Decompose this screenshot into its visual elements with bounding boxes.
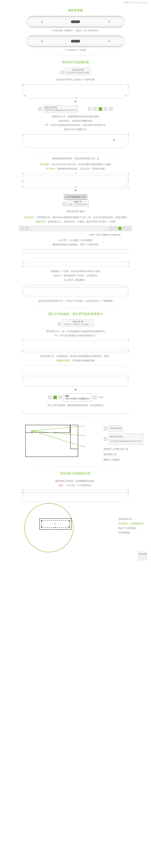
arrow-down-icon [74, 389, 77, 391]
drawing-caption: CorelDRAW X7 绘制图 [7, 49, 144, 52]
hand-draw-tool-icon[interactable] [104, 427, 107, 430]
skew-handle-icon: ⇄ [54, 526, 56, 529]
glass-instructions: 手绘工具 (F5) 形状工具 (F10)通过控制节点编辑曲线对象或文本字符 使用… [104, 422, 144, 463]
file-tab: *小米手机5起图练习.cdr [64, 194, 87, 199]
instruction: 复制刚刚画好的形状，按住shift后垂直上移一点 [7, 156, 144, 161]
rotate-handle-icon: ↻ [41, 526, 43, 528]
toolbar-icon[interactable] [21, 227, 24, 230]
node-icon [127, 84, 129, 85]
toolbar-icon[interactable] [123, 227, 126, 230]
handle-icon [75, 173, 77, 174]
instruction: 双击矩形，出现编辑状态 [118, 522, 144, 525]
outline-original [23, 176, 128, 189]
toolbar-icon[interactable] [88, 107, 91, 111]
cover-diagram [23, 340, 128, 351]
trim-toolbar: 修剪剪切掉对象的之间重叠的部分 .2 mm [7, 394, 144, 401]
footer: 双比自学网 [0, 548, 151, 564]
handle-icon [128, 173, 129, 174]
glass-section: 手绘工具 (F5) 形状工具 (F10)通过控制节点编辑曲线对象或文本字符 使用… [7, 422, 144, 463]
antenna-body [23, 492, 128, 502]
tool-tooltip: 手绘工具 (F5)在绘图框中绘制线条和曲线 [65, 68, 90, 75]
instruction: 复制挺多一个形状，然后选中复制出来的这个形状 按住ctrl，移动鼠标到下方的边，… [7, 269, 144, 282]
handle-icon [128, 489, 129, 491]
toolbar-icon[interactable] [48, 396, 51, 399]
arrow-down-icon [74, 101, 77, 103]
node-icon [22, 134, 24, 135]
photo-caption: 小米5实拍图（懒惰发作，不想拍，从中关村偷来的） [7, 29, 144, 32]
instruction: 这里其实有更简单的方式，只是文字不好表达，以后有机会出一个视频教程 [7, 299, 144, 303]
handle-icon [22, 377, 23, 378]
svg-line-0 [32, 426, 85, 431]
select-tool-icon[interactable] [63, 203, 66, 206]
tool-tooltip: 选择工具选择、定位或变换对象 [67, 199, 89, 207]
perspective-instructions: 使用选择工具 双击矩形，出现编辑状态 拖动下方的双箭头 增加透视感 [118, 517, 144, 535]
perspective-section: ↻ ↻ ↻ ↻ ⇄ 使用选择工具 双击矩形，出现编辑状态 拖动下方的双箭头 增加… [7, 504, 144, 548]
section8-title: 现在我们开始绘制天线 [7, 471, 144, 475]
guide-lines [25, 425, 89, 459]
toolbar-icon[interactable] [93, 396, 97, 399]
bottom-half [23, 287, 128, 296]
node-icon [25, 95, 26, 96]
select-order-2 [23, 377, 128, 386]
copy-shape [23, 262, 128, 267]
stroke-width: .2 mm [98, 396, 103, 398]
shape-toolbar: 形状工具 (F10)通过控制节点编辑曲线对象或文本字符 [7, 105, 144, 113]
handle-icon [128, 377, 129, 378]
node-icon [75, 97, 77, 98]
handle-icon [128, 492, 129, 494]
mirror-result [23, 285, 128, 296]
rect-inner: ↻ ↻ ↻ ↻ ⇄ [41, 520, 70, 528]
section2-title: 现在我们开始画轮廓 [7, 60, 144, 64]
convert-curve-icon[interactable] [99, 107, 102, 111]
perspective-diagram: ↻ ↻ ↻ ↻ ⇄ [32, 507, 88, 545]
handle-icon [22, 173, 23, 174]
arrow-down-icon [74, 190, 77, 192]
instruction: 关于复制：可以ctrl+c和ctrl+v的方式，也可以在数字键盘直接按+号键盘 … [7, 162, 144, 171]
corner-frame [25, 425, 78, 457]
active-node-icon [113, 140, 115, 141]
rotate-handle-icon: ↻ [41, 520, 43, 522]
instruction: 增加透视感 [118, 530, 144, 535]
instruction: 选择方式1：使用选择工具，像windows电脑同时选择多个文件一样，从空白区域拖… [7, 215, 144, 224]
rect-outer: ↻ ↻ ↻ ↻ ⇄ [39, 518, 72, 530]
toolbar-icon[interactable] [109, 107, 113, 111]
trim-tooltip: 修剪剪切掉对象的之间重叠的部分 [64, 394, 91, 401]
toolbar-hint: 从用两个或多个重叠的区域创建新对象 [7, 233, 144, 237]
rect-tool-icon[interactable] [58, 322, 61, 326]
instruction: 使用矩形工具绘制（先绘制两条或者侧） 注意：一共三段（三个矩形组成） [7, 479, 144, 488]
trim-icon[interactable] [53, 396, 57, 399]
shape-tool-icon[interactable] [38, 107, 42, 111]
phone-photo [27, 16, 124, 28]
hand-draw-tool-icon[interactable] [61, 71, 64, 74]
intersect-icon[interactable] [118, 227, 121, 230]
instruction: 拖动下方的双箭头 [118, 526, 144, 530]
center-icon [55, 523, 56, 525]
toolbar-icon[interactable] [127, 227, 130, 230]
instruction: 使用矩形工具，画一个矩形覆盖我们刚刚绘制的轮廓的9/10 PS：剩下没有覆盖的1… [7, 329, 144, 338]
main-container: 最终效果图 小米5实拍图（懒惰发作，不想拍，从中关村偷来的） CorelDRAW… [0, 8, 151, 548]
toolbar-icon[interactable] [109, 227, 112, 230]
handle-icon [22, 261, 23, 262]
toolbar-icon[interactable] [93, 107, 97, 111]
section6-title: 我们正在绘制的，其实是手机的屏幕部分 [7, 312, 144, 316]
toolbar-icon[interactable] [59, 396, 62, 399]
instruction: 使用形状工具，选择需要修改的对象转换为曲线 然后拖动它，变成我们想要的形状 PS… [7, 115, 144, 132]
handle-icon [22, 489, 23, 491]
instruction: 使用选择工具，先选择矩形，再选择之前垂直翻转出来的形状（屏幕） 选择顺序说明：后… [7, 354, 144, 363]
rotate-handle-icon: ↻ [68, 526, 70, 528]
handle-icon [128, 340, 129, 341]
toolbar-icon[interactable] [114, 227, 117, 230]
toolbar-icon[interactable] [25, 227, 28, 230]
shape-tool-icon[interactable] [104, 437, 107, 441]
toolbar-icon[interactable] [104, 107, 107, 111]
result-shape [23, 249, 128, 253]
antenna-rect [23, 490, 128, 493]
phone-drawing [27, 35, 124, 47]
select-order-1 [23, 366, 128, 374]
duplicate-diagram [23, 174, 128, 187]
divider [19, 418, 132, 418]
usb-port-icon [71, 40, 80, 42]
usb-port-icon [71, 21, 80, 23]
instruction: 使用我们上面教过的工具 [104, 446, 144, 452]
handle-icon [128, 261, 129, 262]
